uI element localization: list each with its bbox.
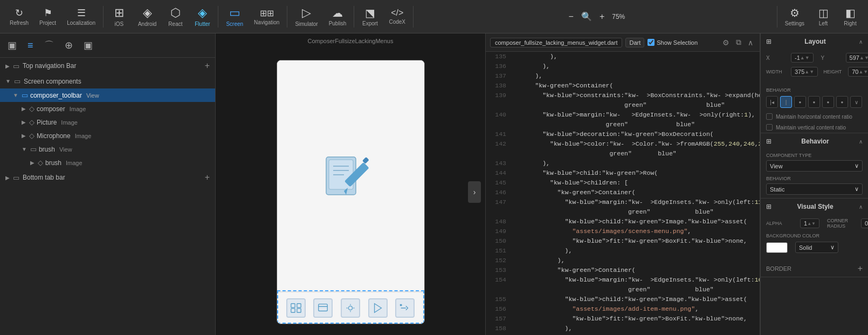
line-number: 137	[490, 71, 506, 81]
code-icons: ⚙ ⧉ ∧	[720, 37, 755, 48]
tree-item-composer-toolbar[interactable]: ▼ ▭ composer_toolbar View	[0, 88, 215, 102]
zoom-plus-button[interactable]: +	[596, 11, 608, 23]
toolbar-simulator[interactable]: ▷ Simulator	[290, 4, 323, 29]
canvas-nav-arrow[interactable]: ›	[468, 181, 481, 203]
toolbar-settings[interactable]: ⚙ Settings	[780, 4, 810, 29]
toolbar-export[interactable]: ⬔ Export	[356, 4, 383, 29]
picture-type: Image	[61, 119, 78, 126]
line-number: 153	[490, 265, 506, 275]
code-settings-btn[interactable]: ⚙	[720, 37, 732, 48]
screen-comp-icon: ▭	[14, 77, 20, 85]
toolbar-publish[interactable]: ☁ Publish	[323, 4, 352, 29]
behavior-dropdown-chevron: ∨	[855, 186, 859, 193]
toolbar-left-label: Left	[819, 20, 828, 26]
behav-dot-left[interactable]: ●	[794, 96, 806, 108]
visual-style-header[interactable]: ⊞ Visual Style ∧	[761, 199, 868, 215]
x-input[interactable]: -1 ▲▼	[791, 53, 814, 63]
tree-item-brush-image[interactable]: ▶ ◇ brush Image	[0, 156, 215, 169]
toolbar-project[interactable]: ⚑ Project	[34, 5, 61, 28]
tree-item-brush-view[interactable]: ▼ ▭ brush View	[0, 142, 215, 156]
component-type-dropdown[interactable]: View ∨	[766, 160, 863, 172]
width-input[interactable]: 375 ▲▼	[791, 67, 818, 77]
top-nav-icon: ▭	[13, 62, 19, 70]
layout-section-header[interactable]: ⊞ Layout ∧	[761, 33, 868, 50]
alpha-stepper[interactable]: ▲▼	[807, 221, 816, 226]
behav-dot-right[interactable]: ●	[822, 96, 834, 108]
code-text: "assets/images/add-item-menu.png",	[513, 304, 699, 314]
brush-view-arrow: ▼	[22, 146, 27, 152]
horizontal-ratio-checkbox[interactable]	[766, 113, 773, 120]
section-screen-components[interactable]: ▼ ▭ Screen components	[0, 74, 215, 88]
behav-dot-right2[interactable]: ●	[836, 96, 848, 108]
brush-image-icon: ◇	[38, 159, 43, 167]
bottom-tab-add-btn[interactable]: +	[205, 173, 210, 182]
section-bottom-tab[interactable]: ▶ ▭ Bottom tab bar +	[0, 169, 215, 186]
code-line: 147 "kw-blue">margin: "kw-green">EdgeIns…	[486, 197, 760, 217]
height-stepper[interactable]: ▲▼	[858, 69, 868, 74]
alpha-input[interactable]: 1 ▲▼	[800, 218, 819, 228]
panel-components-btn[interactable]: ≡	[24, 38, 37, 53]
panel-flow-btn[interactable]: ⌒	[41, 37, 57, 54]
toolbar-localization[interactable]: ☰ Localization	[61, 5, 101, 28]
bg-color-style-dropdown[interactable]: Solid ∨	[795, 242, 838, 253]
toolbar-screen[interactable]: ▭ Screen	[221, 4, 249, 29]
separator-3	[287, 6, 287, 28]
x-stepper[interactable]: ▲▼	[800, 55, 810, 60]
toolbar-left[interactable]: ◫ Left	[810, 4, 837, 29]
toolbar-flutter[interactable]: ◈ Flutter	[189, 4, 216, 29]
behavior-dropdown[interactable]: Static ∨	[766, 183, 863, 195]
code-text: "kw-blue">children	[513, 178, 617, 188]
border-add-btn[interactable]: +	[858, 264, 863, 274]
behav-align-left[interactable]: |◂	[766, 96, 778, 108]
wh-row: WIDTH 375 ▲▼ HEIGHT 70 ▲▼	[766, 67, 863, 77]
panel-layers-btn[interactable]: ▣	[4, 37, 20, 53]
xy-row: X -1 ▲▼ Y 597 ▲▼	[766, 53, 863, 63]
panel-image-btn[interactable]: ▣	[80, 37, 96, 53]
panel-connect-btn[interactable]: ⊕	[61, 37, 76, 53]
height-input[interactable]: 70 ▲▼	[848, 67, 868, 77]
line-number: 136	[490, 61, 506, 71]
tree-item-composer[interactable]: ▶ ◇ composer Image	[0, 102, 215, 115]
tree-item-picture[interactable]: ▶ ◇ Picture Image	[0, 115, 215, 129]
separator-2	[218, 6, 218, 28]
toolbar-right[interactable]: ◧ Right	[837, 4, 864, 29]
phone-frame	[277, 60, 425, 324]
composer-label: composer	[37, 105, 65, 113]
code-line: 150 "kw-blue">fit: "kw-green">BoxFit."kw…	[486, 236, 760, 246]
toolbar-android[interactable]: ◈ Android	[133, 4, 162, 29]
toolbar-codex[interactable]: </> CodeX	[383, 6, 411, 27]
bg-color-swatch[interactable]	[766, 242, 788, 253]
vertical-ratio-checkbox[interactable]	[766, 124, 773, 131]
top-nav-add-btn[interactable]: +	[205, 61, 210, 71]
top-nav-arrow: ▶	[5, 63, 10, 69]
behavior-section-header[interactable]: ⊞ Behavior ∧	[761, 133, 868, 149]
code-collapse-btn[interactable]: ∧	[746, 37, 755, 48]
y-input[interactable]: 597 ▲▼	[846, 53, 868, 63]
toolbar-refresh[interactable]: ↻ Refresh	[4, 5, 34, 28]
screen-components-label: Screen components	[24, 78, 81, 85]
y-stepper[interactable]: ▲▼	[859, 55, 868, 60]
code-text: ),	[513, 61, 550, 71]
behavior-chevron: ∧	[859, 139, 863, 145]
behavior-inner-label: BEHAVIOR	[766, 176, 863, 181]
code-line: 156 "assets/images/add-item-menu.png",	[486, 304, 760, 314]
behav-dot-mid[interactable]: ●	[808, 96, 820, 108]
line-number: 158	[490, 324, 506, 333]
zoom-level: 75%	[612, 13, 625, 20]
behav-align-center-h[interactable]: |	[780, 96, 792, 108]
width-stepper[interactable]: ▲▼	[804, 69, 814, 74]
toolbar-ios[interactable]: ⊞ iOS	[106, 4, 133, 29]
behav-more[interactable]: ∨	[850, 96, 862, 108]
show-selection-checkbox[interactable]: Show Selection	[647, 39, 698, 46]
toolbar-react[interactable]: ⬡ React	[162, 4, 189, 29]
section-top-nav[interactable]: ▶ ▭ Top navigation Bar +	[0, 58, 215, 74]
language-selector[interactable]: Dart	[625, 38, 644, 47]
toolbar-navigation[interactable]: ⊞⊞ Navigation	[249, 6, 285, 28]
code-copy-btn[interactable]: ⧉	[734, 37, 743, 48]
tree-item-microphone[interactable]: ▶ ◇ Microphone Image	[0, 129, 215, 142]
show-selection-input[interactable]	[647, 39, 655, 46]
phone-tool-5	[395, 298, 415, 318]
code-header: composer_fullsize_lacking_menus_widget.d…	[486, 33, 760, 52]
corner-radius-input[interactable]: 0 ▲▼	[861, 218, 868, 228]
zoom-minus-button[interactable]: −	[566, 11, 577, 23]
